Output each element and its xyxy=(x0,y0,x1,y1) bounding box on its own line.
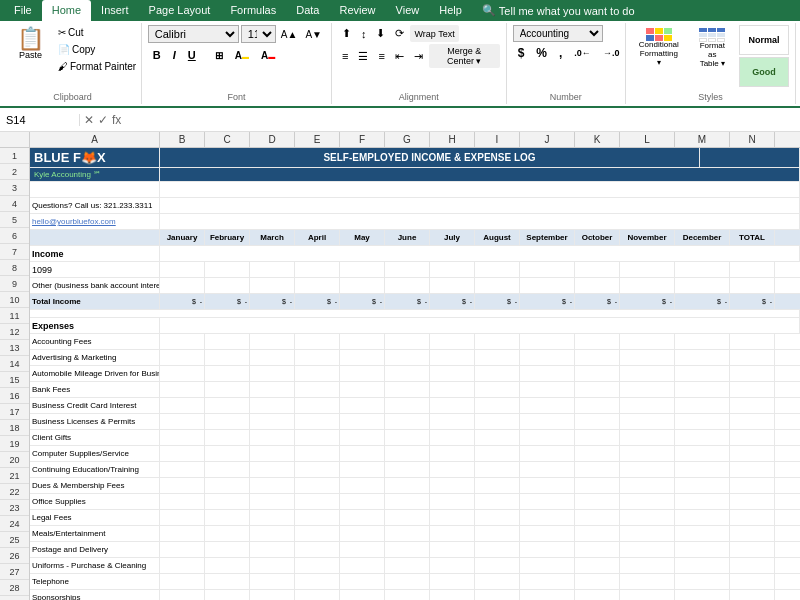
expense-12-col-10[interactable] xyxy=(620,526,675,541)
expense-1-col-8[interactable] xyxy=(520,350,575,365)
expense-14-col-11[interactable] xyxy=(675,558,730,573)
expense-0-col-0[interactable] xyxy=(160,334,205,349)
decrease-indent-button[interactable]: ⇤ xyxy=(391,48,408,65)
expense-15-col-6[interactable] xyxy=(430,574,475,589)
expense-2-col-3[interactable] xyxy=(295,366,340,381)
cell-1099-jan[interactable] xyxy=(160,262,205,277)
expense-9-col-2[interactable] xyxy=(250,478,295,493)
expense-15-col-7[interactable] xyxy=(475,574,520,589)
expense-14-col-1[interactable] xyxy=(205,558,250,573)
expense-11-col-0[interactable] xyxy=(160,510,205,525)
expense-16-col-0[interactable] xyxy=(160,590,205,600)
expense-11-col-3[interactable] xyxy=(295,510,340,525)
other-aug[interactable] xyxy=(475,278,520,293)
expense-11-col-12[interactable] xyxy=(730,510,775,525)
expense-10-col-2[interactable] xyxy=(250,494,295,509)
expense-14-col-7[interactable] xyxy=(475,558,520,573)
expense-7-col-10[interactable] xyxy=(620,446,675,461)
expense-4-col-1[interactable] xyxy=(205,398,250,413)
italic-button[interactable]: I xyxy=(168,47,181,63)
expense-11-col-8[interactable] xyxy=(520,510,575,525)
expense-14-col-2[interactable] xyxy=(250,558,295,573)
other-oct[interactable] xyxy=(575,278,620,293)
expense-3-col-12[interactable] xyxy=(730,382,775,397)
expense-8-col-9[interactable] xyxy=(575,462,620,477)
expense-1-col-3[interactable] xyxy=(295,350,340,365)
wrap-text-button[interactable]: Wrap Text xyxy=(410,25,458,42)
expense-12-col-6[interactable] xyxy=(430,526,475,541)
expense-4-col-4[interactable] xyxy=(340,398,385,413)
comma-button[interactable]: , xyxy=(554,44,567,62)
expense-12-col-2[interactable] xyxy=(250,526,295,541)
expense-4-col-11[interactable] xyxy=(675,398,730,413)
expense-9-col-4[interactable] xyxy=(340,478,385,493)
expense-6-col-1[interactable] xyxy=(205,430,250,445)
expense-16-col-5[interactable] xyxy=(385,590,430,600)
expense-7-col-1[interactable] xyxy=(205,446,250,461)
expense-2-col-0[interactable] xyxy=(160,366,205,381)
expense-10-col-1[interactable] xyxy=(205,494,250,509)
expense-16-col-9[interactable] xyxy=(575,590,620,600)
font-family-select[interactable]: Calibri xyxy=(148,25,239,43)
expense-5-col-4[interactable] xyxy=(340,414,385,429)
expense-1-col-11[interactable] xyxy=(675,350,730,365)
expense-12-col-5[interactable] xyxy=(385,526,430,541)
other-jan[interactable] xyxy=(160,278,205,293)
expense-7-col-12[interactable] xyxy=(730,446,775,461)
expense-2-col-6[interactable] xyxy=(430,366,475,381)
expense-3-col-5[interactable] xyxy=(385,382,430,397)
tab-review[interactable]: Review xyxy=(329,0,385,21)
expense-11-col-11[interactable] xyxy=(675,510,730,525)
expense-5-col-11[interactable] xyxy=(675,414,730,429)
expense-13-col-0[interactable] xyxy=(160,542,205,557)
expense-5-col-3[interactable] xyxy=(295,414,340,429)
expense-15-col-4[interactable] xyxy=(340,574,385,589)
cell-1099-aug[interactable] xyxy=(475,262,520,277)
cancel-formula-icon[interactable]: ✕ xyxy=(84,113,94,127)
expense-label-9[interactable]: Dues & Membership Fees xyxy=(30,478,160,493)
expense-0-col-5[interactable] xyxy=(385,334,430,349)
good-style[interactable]: Good xyxy=(739,57,789,87)
expense-5-col-1[interactable] xyxy=(205,414,250,429)
other-jun[interactable] xyxy=(385,278,430,293)
expense-5-col-7[interactable] xyxy=(475,414,520,429)
tab-file[interactable]: File xyxy=(4,0,42,21)
expense-7-col-8[interactable] xyxy=(520,446,575,461)
expense-10-col-0[interactable] xyxy=(160,494,205,509)
expense-9-col-12[interactable] xyxy=(730,478,775,493)
expense-label-15[interactable]: Telephone xyxy=(30,574,160,589)
expense-3-col-11[interactable] xyxy=(675,382,730,397)
expense-3-col-7[interactable] xyxy=(475,382,520,397)
expense-13-col-12[interactable] xyxy=(730,542,775,557)
expense-8-col-1[interactable] xyxy=(205,462,250,477)
copy-button[interactable]: 📄 Copy xyxy=(53,42,141,57)
expense-1-col-5[interactable] xyxy=(385,350,430,365)
expense-0-col-1[interactable] xyxy=(205,334,250,349)
expense-label-7[interactable]: Computer Supplies/Service xyxy=(30,446,160,461)
fill-color-button[interactable]: A▬ xyxy=(230,48,254,63)
expense-4-col-8[interactable] xyxy=(520,398,575,413)
align-bottom-button[interactable]: ⬇ xyxy=(372,25,389,42)
expense-0-col-9[interactable] xyxy=(575,334,620,349)
expense-4-col-7[interactable] xyxy=(475,398,520,413)
expense-12-col-0[interactable] xyxy=(160,526,205,541)
expense-6-col-8[interactable] xyxy=(520,430,575,445)
expense-15-col-5[interactable] xyxy=(385,574,430,589)
expense-4-col-12[interactable] xyxy=(730,398,775,413)
expense-13-col-6[interactable] xyxy=(430,542,475,557)
expense-9-col-7[interactable] xyxy=(475,478,520,493)
expense-2-col-8[interactable] xyxy=(520,366,575,381)
expense-4-col-0[interactable] xyxy=(160,398,205,413)
expense-12-col-12[interactable] xyxy=(730,526,775,541)
format-painter-button[interactable]: 🖌 Format Painter xyxy=(53,59,141,74)
expense-0-col-7[interactable] xyxy=(475,334,520,349)
expense-9-col-8[interactable] xyxy=(520,478,575,493)
expense-13-col-7[interactable] xyxy=(475,542,520,557)
expense-6-col-10[interactable] xyxy=(620,430,675,445)
expense-10-col-3[interactable] xyxy=(295,494,340,509)
expense-16-col-11[interactable] xyxy=(675,590,730,600)
expense-5-col-8[interactable] xyxy=(520,414,575,429)
number-format-select[interactable]: Accounting xyxy=(513,25,603,42)
expense-6-col-5[interactable] xyxy=(385,430,430,445)
expense-1-col-7[interactable] xyxy=(475,350,520,365)
